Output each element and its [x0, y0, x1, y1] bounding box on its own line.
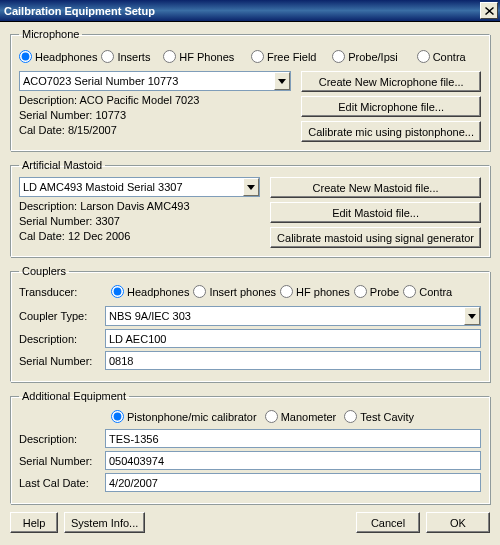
coupler-type-label: Coupler Type: — [19, 310, 99, 322]
chevron-down-icon[interactable] — [464, 307, 480, 325]
coupler-desc-label: Description: — [19, 333, 99, 345]
radio-manometer[interactable]: Manometer — [265, 410, 337, 423]
couplers-legend: Couplers — [19, 265, 69, 277]
microphone-serial: Serial Number: 10773 — [19, 109, 291, 121]
add-desc-label: Description: — [19, 433, 99, 445]
create-microphone-button[interactable]: Create New Microphone file... — [301, 71, 481, 92]
mastoid-select[interactable]: LD AMC493 Mastoid Serial 3307 — [19, 177, 260, 197]
radio-coupler-headphones[interactable]: Headphones — [111, 285, 189, 298]
add-cal-input[interactable] — [105, 473, 481, 492]
radio-pistonphone[interactable]: Pistonphone/mic calibrator — [111, 410, 257, 423]
cancel-button[interactable]: Cancel — [356, 512, 420, 533]
transducer-label: Transducer: — [19, 286, 99, 298]
add-serial-label: Serial Number: — [19, 455, 99, 467]
dialog-buttons: Help System Info... Cancel OK — [10, 512, 490, 533]
mastoid-serial: Serial Number: 3307 — [19, 215, 260, 227]
microphone-legend: Microphone — [19, 28, 82, 40]
close-icon — [485, 7, 494, 15]
microphone-description: Description: ACO Pacific Model 7023 — [19, 94, 291, 106]
add-serial-input[interactable] — [105, 451, 481, 470]
microphone-select[interactable]: ACO7023 Serial Number 10773 — [19, 71, 291, 91]
couplers-group: Couplers Transducer: Headphones Insert p… — [10, 265, 490, 382]
edit-microphone-button[interactable]: Edit Microphone file... — [301, 96, 481, 117]
microphone-group: Microphone Headphones Inserts HF Phones … — [10, 28, 490, 151]
coupler-desc-input[interactable] — [105, 329, 481, 348]
microphone-cal-date: Cal Date: 8/15/2007 — [19, 124, 291, 136]
radio-contra[interactable]: Contra — [417, 50, 481, 63]
ok-button[interactable]: OK — [426, 512, 490, 533]
microphone-radio-row: Headphones Inserts HF Phones Free Field … — [19, 50, 481, 63]
radio-coupler-insert[interactable]: Insert phones — [193, 285, 276, 298]
window-title: Cailbration Equipment Setup — [4, 5, 155, 17]
add-desc-input[interactable] — [105, 429, 481, 448]
radio-test-cavity[interactable]: Test Cavity — [344, 410, 414, 423]
chevron-down-icon[interactable] — [274, 72, 290, 90]
additional-legend: Additional Equipment — [19, 390, 129, 402]
radio-inserts[interactable]: Inserts — [101, 50, 159, 63]
close-button[interactable] — [480, 2, 498, 19]
radio-coupler-hf[interactable]: HF phones — [280, 285, 350, 298]
mastoid-description: Description: Larson Davis AMC493 — [19, 200, 260, 212]
help-button[interactable]: Help — [10, 512, 58, 533]
radio-hf-phones[interactable]: HF Phones — [163, 50, 247, 63]
calibrate-mastoid-button[interactable]: Calibrate mastoid using signal generator — [270, 227, 481, 248]
radio-coupler-probe[interactable]: Probe — [354, 285, 399, 298]
radio-probe-ipsi[interactable]: Probe/Ipsi — [332, 50, 412, 63]
radio-free-field[interactable]: Free Field — [251, 50, 328, 63]
system-info-button[interactable]: System Info... — [64, 512, 145, 533]
radio-headphones[interactable]: Headphones — [19, 50, 97, 63]
coupler-serial-input[interactable] — [105, 351, 481, 370]
radio-coupler-contra[interactable]: Contra — [403, 285, 452, 298]
create-mastoid-button[interactable]: Create New Mastoid file... — [270, 177, 481, 198]
add-cal-label: Last Cal Date: — [19, 477, 99, 489]
mastoid-legend: Artificial Mastoid — [19, 159, 105, 171]
coupler-type-select[interactable]: NBS 9A/IEC 303 — [105, 306, 481, 326]
edit-mastoid-button[interactable]: Edit Mastoid file... — [270, 202, 481, 223]
coupler-serial-label: Serial Number: — [19, 355, 99, 367]
titlebar: Cailbration Equipment Setup — [0, 0, 500, 22]
chevron-down-icon[interactable] — [243, 178, 259, 196]
calibrate-microphone-button[interactable]: Calibrate mic using pistonphone... — [301, 121, 481, 142]
mastoid-cal-date: Cal Date: 12 Dec 2006 — [19, 230, 260, 242]
additional-group: Additional Equipment Pistonphone/mic cal… — [10, 390, 490, 504]
mastoid-group: Artificial Mastoid LD AMC493 Mastoid Ser… — [10, 159, 490, 257]
